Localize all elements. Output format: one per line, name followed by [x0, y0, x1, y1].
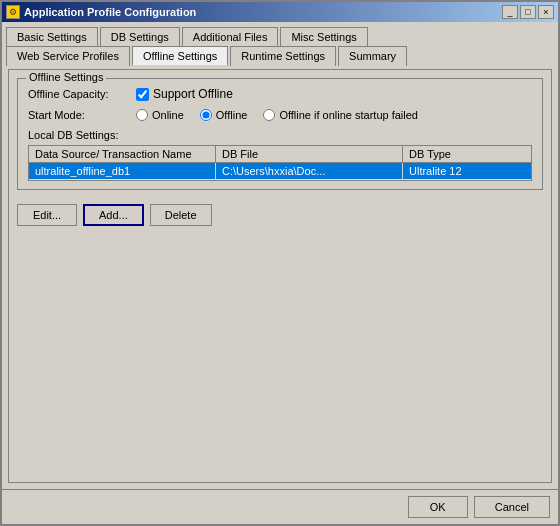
tab-misc-settings[interactable]: Misc Settings: [280, 27, 367, 46]
table-row[interactable]: ultralite_offline_db1 C:\Users\hxxia\Doc…: [29, 163, 531, 180]
start-mode-row: Start Mode: Online Offline Offline if: [28, 109, 532, 121]
main-window: ⚙ Application Profile Configuration _ □ …: [0, 0, 560, 526]
tabs-row1: Basic Settings DB Settings Additional Fi…: [2, 22, 558, 45]
cell-dbfile: C:\Users\hxxia\Doc...: [216, 163, 403, 179]
radio-offline-startup-failed-input[interactable]: [263, 109, 275, 121]
radio-offline-startup-failed-label: Offline if online startup failed: [279, 109, 418, 121]
ok-button[interactable]: OK: [408, 496, 468, 518]
cell-dbtype: Ultralite 12: [403, 163, 531, 179]
support-offline-checkbox[interactable]: [136, 88, 149, 101]
radio-offline[interactable]: Offline: [200, 109, 248, 121]
tab-runtime-settings[interactable]: Runtime Settings: [230, 46, 336, 66]
support-offline-label: Support Offline: [153, 87, 233, 101]
db-table-body: ultralite_offline_db1 C:\Users\hxxia\Doc…: [29, 163, 531, 180]
content-area: Offline Settings Offline Capacity: Suppo…: [2, 65, 558, 489]
section-label: Offline Settings: [26, 71, 106, 83]
window-title: Application Profile Configuration: [24, 6, 196, 18]
radio-online-input[interactable]: [136, 109, 148, 121]
radio-offline-label: Offline: [216, 109, 248, 121]
start-mode-radio-group: Online Offline Offline if online startup…: [136, 109, 418, 121]
delete-button[interactable]: Delete: [150, 204, 212, 226]
col-header-datasource: Data Source/ Transaction Name: [29, 146, 216, 162]
titlebar-left: ⚙ Application Profile Configuration: [6, 5, 196, 19]
tabs-row2: Web Service Profiles Offline Settings Ru…: [2, 45, 558, 65]
tab-basic-settings[interactable]: Basic Settings: [6, 27, 98, 46]
radio-online-label: Online: [152, 109, 184, 121]
db-table-container: Data Source/ Transaction Name DB File DB…: [28, 145, 532, 181]
tab-offline-settings[interactable]: Offline Settings: [132, 46, 228, 66]
close-button[interactable]: ×: [538, 5, 554, 19]
db-table-header: Data Source/ Transaction Name DB File DB…: [29, 146, 531, 163]
tab-db-settings[interactable]: DB Settings: [100, 27, 180, 46]
offline-settings-panel: Offline Settings Offline Capacity: Suppo…: [8, 69, 552, 483]
minimize-button[interactable]: _: [502, 5, 518, 19]
col-header-dbfile: DB File: [216, 146, 403, 162]
edit-button[interactable]: Edit...: [17, 204, 77, 226]
maximize-button[interactable]: □: [520, 5, 536, 19]
titlebar-controls: _ □ ×: [502, 5, 554, 19]
tab-summary[interactable]: Summary: [338, 46, 407, 66]
add-button[interactable]: Add...: [83, 204, 144, 226]
col-header-dbtype: DB Type: [403, 146, 531, 162]
radio-online[interactable]: Online: [136, 109, 184, 121]
cancel-button[interactable]: Cancel: [474, 496, 550, 518]
radio-offline-startup-failed[interactable]: Offline if online startup failed: [263, 109, 418, 121]
action-buttons: Edit... Add... Delete: [17, 204, 543, 226]
start-mode-label: Start Mode:: [28, 109, 128, 121]
titlebar: ⚙ Application Profile Configuration _ □ …: [2, 2, 558, 22]
support-offline-wrapper: Support Offline: [136, 87, 233, 101]
bottom-bar: OK Cancel: [2, 489, 558, 524]
radio-offline-input[interactable]: [200, 109, 212, 121]
tab-web-service-profiles[interactable]: Web Service Profiles: [6, 46, 130, 66]
cell-datasource: ultralite_offline_db1: [29, 163, 216, 179]
local-db-label: Local DB Settings:: [28, 129, 532, 141]
offline-settings-group: Offline Settings Offline Capacity: Suppo…: [17, 78, 543, 190]
tab-additional-files[interactable]: Additional Files: [182, 27, 279, 46]
offline-capacity-row: Offline Capacity: Support Offline: [28, 87, 532, 101]
offline-capacity-label: Offline Capacity:: [28, 88, 128, 100]
app-icon: ⚙: [6, 5, 20, 19]
